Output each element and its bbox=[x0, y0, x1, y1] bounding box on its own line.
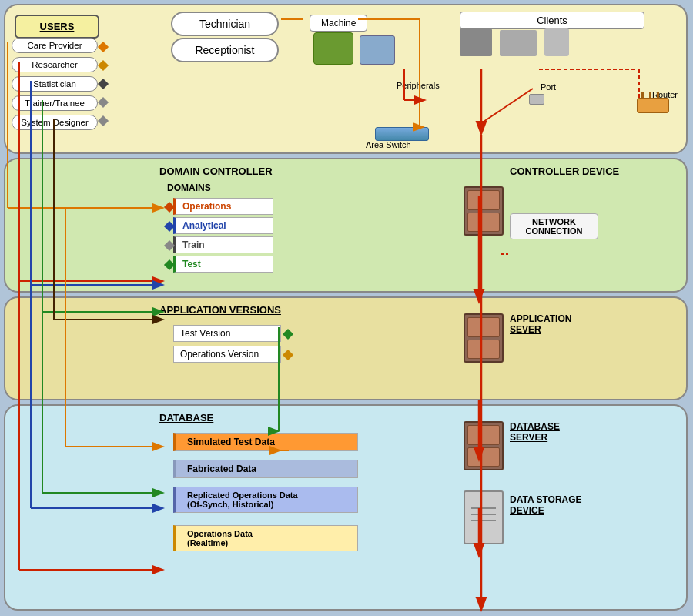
controller-device-label: CONTROLLER DEVICE bbox=[510, 166, 619, 177]
role-technician: Technician bbox=[171, 12, 279, 36]
laptop-icon bbox=[500, 30, 537, 56]
user-statistician: Statistician bbox=[12, 76, 98, 92]
section-db: DATABASE Simulated Test Data Fabricated … bbox=[4, 404, 688, 611]
desktop-icon bbox=[460, 28, 492, 56]
section-users: USERS Care Provider Researcher Statistic… bbox=[4, 4, 688, 154]
area-switch-label: Area Switch bbox=[366, 140, 411, 149]
diamond-system-designer bbox=[98, 116, 109, 126]
user-trainer: Trainer/Trainee bbox=[12, 95, 98, 111]
db-server-icon bbox=[464, 421, 504, 470]
controller-device-icon bbox=[464, 186, 504, 236]
port-label: Port bbox=[541, 82, 556, 92]
port-icon bbox=[529, 94, 544, 105]
tablet-icon bbox=[544, 28, 569, 56]
db-fabricated: Fabricated Data bbox=[173, 460, 358, 478]
diamond-researcher bbox=[98, 60, 109, 71]
section-app: APPLICATION VERSIONS Test Version Operat… bbox=[4, 296, 688, 400]
peripherals-label: Peripherals bbox=[397, 81, 440, 90]
app-server-icon bbox=[464, 313, 504, 363]
users-title: USERS bbox=[22, 21, 92, 32]
diamond-trainer bbox=[98, 97, 109, 108]
clients-box: Clients bbox=[460, 12, 644, 29]
diamond-test-version bbox=[283, 329, 293, 340]
test-version: Test Version bbox=[173, 325, 281, 342]
area-switch-icon bbox=[375, 127, 429, 141]
diamond-care-provider bbox=[98, 42, 109, 52]
domain-test: Test bbox=[173, 256, 273, 273]
role-receptionist: Receptionist bbox=[171, 38, 279, 62]
user-care-provider: Care Provider bbox=[12, 38, 98, 53]
scanner-icon bbox=[313, 32, 353, 65]
db-simulated: Simulated Test Data bbox=[173, 433, 358, 451]
app-versions-title: APPLICATION VERSIONS bbox=[159, 304, 281, 316]
db-ops-realtime: Operations Data(Realtime) bbox=[173, 525, 358, 551]
db-replicated: Replicated Operations Data(Of-Synch, His… bbox=[173, 487, 358, 513]
storage-label: DATA STORAGEDEVICE bbox=[510, 494, 582, 516]
ops-version: Operations Version bbox=[173, 346, 281, 363]
domain-analytical: Analytical bbox=[173, 217, 273, 234]
diamond-ops-version bbox=[283, 350, 293, 360]
icons-row bbox=[313, 32, 395, 65]
section-domain: DOMAIN CONTROLLER DOMAINS Operations Ana… bbox=[4, 158, 688, 293]
app-server-label: APPLICATIONSEVER bbox=[510, 313, 571, 335]
users-box: USERS bbox=[15, 15, 99, 38]
client-icons bbox=[460, 28, 569, 56]
network-connection-label: NETWORKCONNECTION bbox=[510, 213, 598, 239]
router-icon bbox=[637, 98, 669, 113]
printer-icon bbox=[360, 35, 395, 65]
diamond-statistician bbox=[98, 79, 109, 89]
diagram-wrapper: USERS Care Provider Researcher Statistic… bbox=[0, 0, 693, 616]
domain-operations: Operations bbox=[173, 198, 273, 215]
database-title: DATABASE bbox=[159, 412, 213, 424]
user-researcher: Researcher bbox=[12, 57, 98, 72]
user-system-designer: System Designer bbox=[12, 115, 98, 130]
storage-device-icon bbox=[464, 490, 504, 544]
domains-label: DOMAINS bbox=[167, 182, 211, 193]
domain-train: Train bbox=[173, 236, 273, 253]
machine-box: Machine bbox=[310, 15, 367, 32]
domain-controller-title: DOMAIN CONTROLLER bbox=[159, 166, 273, 177]
db-server-label: DATABASESERVER bbox=[510, 421, 560, 443]
